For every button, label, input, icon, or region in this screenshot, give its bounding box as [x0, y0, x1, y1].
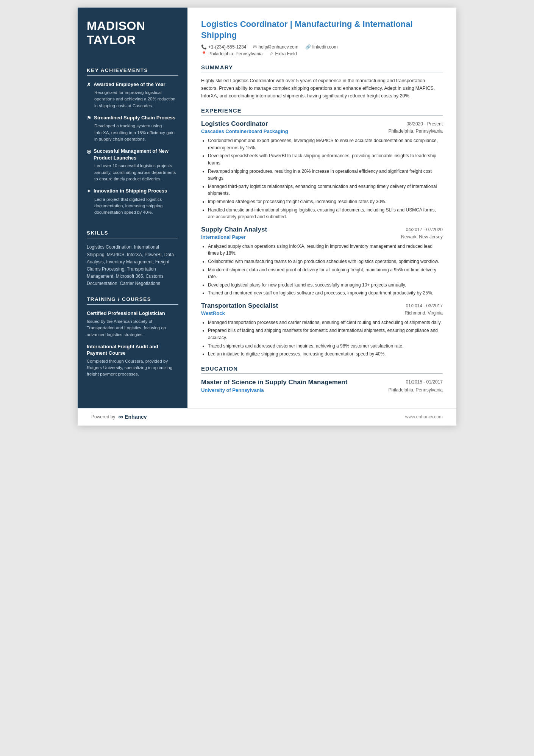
edu-1-sub: University of Pennsylvania Philadelphia,… [201, 387, 443, 393]
job-3-company: WestRock [201, 310, 225, 316]
list-item: Managed third-party logistics relationsh… [208, 183, 443, 197]
resume-wrapper: MADISON TAYLOR KEY ACHIEVEMENTS ✗ Awarde… [78, 8, 456, 426]
list-item: Developed spreadsheets with PowerBI to t… [208, 152, 443, 166]
contact-linkedin: 🔗 linkedin.com [305, 44, 338, 50]
edu-1-header: Master of Science in Supply Chain Manage… [201, 378, 443, 387]
edu-1: Master of Science in Supply Chain Manage… [201, 378, 443, 393]
job-2: Supply Chain Analyst 04/2017 - 07/2020 I… [201, 226, 443, 297]
achievement-1-desc: Recognized for improving logistical oper… [87, 89, 178, 109]
training-2-desc: Completed through Coursera, provided by … [87, 358, 178, 378]
job-3-dates: 01/2014 - 03/2017 [406, 302, 443, 308]
job-1-header: Logistics Coordinator 08/2020 - Present [201, 120, 443, 128]
edu-1-school: University of Pennsylvania [201, 387, 264, 393]
job-1-location: Philadelphia, Pennsylvania [389, 128, 443, 134]
summary-title: SUMMARY [201, 64, 443, 70]
list-item: Managed transportation processes and car… [208, 319, 443, 326]
star-icon: ☆ [269, 51, 273, 56]
contact-row-2: 📍 Philadelphia, Pennsylvania ☆ Extra Fie… [201, 51, 443, 56]
training-title: TRAINING / COURSES [87, 296, 178, 302]
contact-extra: ☆ Extra Field [269, 51, 297, 56]
location-icon: 📍 [201, 51, 207, 56]
education-title: EDUCATION [201, 365, 443, 372]
job-1-bullets: Coordinated import and export processes,… [201, 137, 443, 221]
footer-website: www.enhancv.com [405, 414, 443, 419]
achievement-3-title: ◎ Successful Management of New Product L… [87, 148, 178, 161]
skills-divider [87, 238, 178, 238]
list-item: Collaborated with manufacturing teams to… [208, 258, 443, 265]
achievement-4-icon: ✦ [87, 188, 91, 195]
achievements-title: KEY ACHIEVEMENTS [87, 67, 178, 73]
training-1: Certified Professional Logistician Issue… [87, 310, 178, 338]
job-1: Logistics Coordinator 08/2020 - Present … [201, 120, 443, 221]
edu-1-dates: 01/2015 - 01/2017 [406, 378, 443, 385]
achievement-4: ✦ Innovation in Shipping Process Led a p… [87, 188, 178, 216]
achievement-2-desc: Developed a tracking system using InforX… [87, 123, 178, 142]
achievement-1-title: ✗ Awarded Employee of the Year [87, 81, 178, 88]
linkedin-icon: 🔗 [305, 44, 311, 50]
main-content: Logistics Coordinator | Manufacturing & … [187, 8, 456, 408]
job-2-sub: International Paper Newark, New Jersey [201, 234, 443, 240]
resume-footer: Powered by ∞ Enhancv www.enhancv.com [78, 408, 456, 426]
achievement-1: ✗ Awarded Employee of the Year Recognize… [87, 81, 178, 109]
training-divider [87, 304, 178, 305]
job-2-location: Newark, New Jersey [401, 234, 443, 239]
job-2-title: Supply Chain Analyst [201, 226, 267, 233]
list-item: Trained and mentored new staff on logist… [208, 290, 443, 297]
job-1-sub: Cascades Containerboard Packaging Philad… [201, 128, 443, 134]
resume-body: MADISON TAYLOR KEY ACHIEVEMENTS ✗ Awarde… [78, 8, 456, 408]
contact-row: 📞 +1-(234)-555-1234 ✉ help@enhancv.com 🔗… [201, 44, 443, 50]
achievement-3: ◎ Successful Management of New Product L… [87, 148, 178, 182]
list-item: Prepared bills of lading and shipping ma… [208, 327, 443, 341]
skills-title: SKILLS [87, 230, 178, 236]
list-item: Implemented strategies for processing fr… [208, 198, 443, 205]
job-3-bullets: Managed transportation processes and car… [201, 319, 443, 358]
job-3-location: Richmond, Virginia [405, 310, 443, 316]
list-item: Coordinated import and export processes,… [208, 137, 443, 151]
enhancv-logo-icon: ∞ [118, 413, 123, 421]
achievement-4-desc: Led a project that digitized logistics d… [87, 196, 178, 216]
summary-text: Highly skilled Logistics Coordinator wit… [201, 77, 443, 100]
email-icon: ✉ [253, 44, 257, 50]
achievement-1-icon: ✗ [87, 81, 91, 88]
powered-by-text: Powered by [91, 414, 115, 419]
job-2-company: International Paper [201, 234, 246, 240]
job-1-dates: 08/2020 - Present [407, 120, 443, 127]
footer-logo: ∞ Enhancv [118, 413, 147, 421]
sidebar: MADISON TAYLOR KEY ACHIEVEMENTS ✗ Awarde… [78, 8, 187, 408]
training-2: International Freight Audit and Payment … [87, 343, 178, 378]
job-2-header: Supply Chain Analyst 04/2017 - 07/2020 [201, 226, 443, 233]
training-1-title: Certified Professional Logistician [87, 310, 178, 317]
list-item: Traced shipments and addressed customer … [208, 343, 443, 350]
footer-left: Powered by ∞ Enhancv [91, 413, 147, 421]
skills-text: Logistics Coordination, International Sh… [87, 244, 178, 287]
achievement-2: ⚑ Streamlined Supply Chain Process Devel… [87, 114, 178, 142]
job-3-title: Transportation Specialist [201, 302, 278, 310]
job-2-dates: 04/2017 - 07/2020 [406, 226, 443, 232]
edu-1-degree: Master of Science in Supply Chain Manage… [201, 378, 347, 387]
list-item: Handled domestic and international shipp… [208, 207, 443, 221]
contact-phone: 📞 +1-(234)-555-1234 [201, 44, 246, 50]
phone-icon: 📞 [201, 44, 207, 50]
list-item: Developed logistical plans for new produ… [208, 282, 443, 289]
achievement-4-title: ✦ Innovation in Shipping Process [87, 188, 178, 195]
job-3-sub: WestRock Richmond, Virginia [201, 310, 443, 316]
achievements-divider [87, 75, 178, 76]
job-1-title: Logistics Coordinator [201, 120, 268, 128]
training-2-title: International Freight Audit and Payment … [87, 343, 178, 357]
experience-divider [201, 115, 443, 116]
main-headline: Logistics Coordinator | Manufacturing & … [201, 19, 443, 41]
summary-divider [201, 72, 443, 72]
achievement-2-icon: ⚑ [87, 115, 91, 122]
job-3: Transportation Specialist 01/2014 - 03/2… [201, 302, 443, 358]
job-3-header: Transportation Specialist 01/2014 - 03/2… [201, 302, 443, 310]
contact-email: ✉ help@enhancv.com [253, 44, 298, 50]
achievement-2-title: ⚑ Streamlined Supply Chain Process [87, 114, 178, 122]
list-item: Led an initiative to digitize shipping p… [208, 351, 443, 358]
candidate-name: MADISON TAYLOR [87, 19, 178, 47]
achievement-3-icon: ◎ [87, 148, 91, 155]
brand-name: Enhancv [125, 414, 147, 420]
list-item: Revamped shipping procedures, resulting … [208, 168, 443, 182]
job-2-bullets: Analyzed supply chain operations using I… [201, 243, 443, 297]
contact-location: 📍 Philadelphia, Pennsylvania [201, 51, 262, 56]
education-divider [201, 373, 443, 374]
